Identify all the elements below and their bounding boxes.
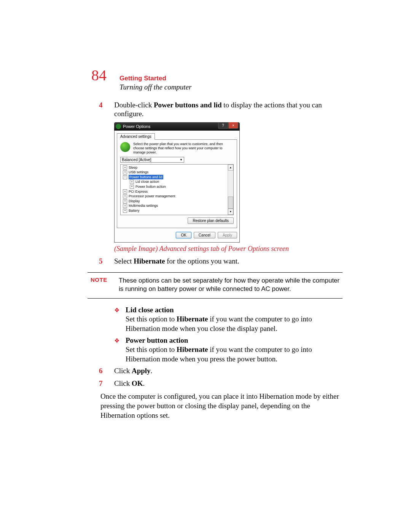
tree-item-processor[interactable]: +Processor power management [121,194,233,199]
label-highlighted: Power buttons and lid [129,175,163,180]
tree-item-display[interactable]: +Display [121,199,233,204]
manual-page: 84 Getting Started Turning off the compu… [0,0,411,443]
scroll-thumb[interactable] [228,197,233,209]
label: Processor power management [129,194,175,199]
t: . [151,367,153,375]
chapter-subtitle: Turning off the computer [119,83,191,91]
dialog-description-row: Select the power plan that you want to c… [120,142,234,154]
collapse-icon[interactable]: − [123,175,127,179]
tree-item-power-button-action[interactable]: +Power button action [121,184,233,189]
tab-advanced-settings[interactable]: Advanced settings [117,133,155,140]
step-number: 7 [99,379,114,388]
tree-item-multimedia[interactable]: +Multimedia settings [121,203,233,208]
plan-select[interactable]: Balanced [Active] ▼ [120,157,184,163]
help-button[interactable]: ? [218,122,228,129]
header-text: Getting Started Turning off the computer [119,75,191,91]
restore-defaults-button[interactable]: Restore plan defaults [188,217,234,224]
scroll-up-icon[interactable]: ▲ [228,165,233,171]
tree-item-lid-close[interactable]: +Lid close action [121,179,233,184]
step-6: 6 Click Apply. [99,366,342,375]
bullet-text: Lid close action Set this option to Hibe… [126,305,342,334]
chapter-title: Getting Started [119,75,191,82]
expand-icon[interactable]: + [130,185,134,189]
t-bold: Apply [132,367,151,375]
diamond-icon: ❖ [114,336,126,364]
t: Double-click [114,101,154,109]
step-7: 7 Click OK. [99,379,342,388]
window-buttons: ? × [218,122,238,129]
dialog-body: Advanced settings Select the power plan … [114,131,240,242]
tree-item-sleep[interactable]: +Sleep [121,165,233,170]
tree-item-battery[interactable]: +Battery [121,208,233,213]
note-label: NOTE [91,276,119,293]
tree-item-pci[interactable]: +PCI Express [121,189,233,194]
tree-item-power-buttons-lid[interactable]: −Power buttons and lid [121,175,233,180]
expand-icon[interactable]: + [123,204,127,208]
note-block: NOTE These options can be set separately… [88,272,342,298]
expand-icon[interactable]: + [123,194,127,198]
t: Select [114,257,134,265]
label: Sleep [129,165,137,170]
power-plan-icon [120,142,130,152]
step-text: Double-click Power buttons and lid to di… [114,101,342,119]
expand-icon[interactable]: + [123,170,127,174]
bullet-title: Lid close action [126,306,174,314]
chevron-down-icon: ▼ [180,158,183,161]
step-text: Click OK. [114,379,342,388]
bullet-text: Power button action Set this option to H… [126,336,342,364]
label: PCI Express [129,189,148,194]
t: Click [114,367,132,375]
ok-button[interactable]: OK [176,232,191,238]
step-number: 5 [99,257,114,266]
label: Multimedia settings [129,203,158,208]
bullet-lid-close: ❖ Lid close action Set this option to Hi… [114,305,342,334]
dialog-titlebar[interactable]: Power Options ? × [114,122,240,131]
step-number: 4 [99,101,114,119]
t: Set this option to [126,345,177,353]
scroll-down-icon[interactable]: ▼ [228,209,233,215]
settings-tree[interactable]: +Sleep +USB settings −Power buttons and … [120,164,234,215]
close-button[interactable]: × [228,122,238,129]
expand-icon[interactable]: + [123,199,127,203]
expand-icon[interactable]: + [123,165,127,169]
apply-button[interactable]: Apply [218,232,237,238]
t: Set this option to [126,315,177,323]
expand-icon[interactable]: + [130,180,134,184]
plan-select-value: Balanced [Active] [122,158,151,162]
image-caption: (Sample Image) Advanced settings tab of … [114,245,342,253]
label: Display [129,199,140,204]
expand-icon[interactable]: + [123,209,127,213]
page-header: 84 Getting Started Turning off the compu… [91,68,342,91]
step-5: 5 Select Hibernate for the options you w… [99,257,342,266]
expand-icon[interactable]: + [123,189,127,193]
step-text: Select Hibernate for the options you wan… [114,257,342,266]
label: Battery [129,208,140,213]
t-bold: Hibernate [134,257,165,265]
cancel-button[interactable]: Cancel [194,232,215,238]
scrollbar[interactable]: ▲ ▼ [228,165,233,215]
step-number: 6 [99,366,114,375]
closing-paragraph: Once the computer is configured, you can… [100,392,342,420]
step-4: 4 Double-click Power buttons and lid to … [99,101,342,119]
t-bold: Power buttons and lid [154,101,222,109]
bullet-title: Power button action [126,336,188,344]
note-text: These options can be set separately for … [119,276,342,293]
power-icon [116,124,121,129]
diamond-icon: ❖ [114,305,126,334]
dialog-description: Select the power plan that you want to c… [133,142,234,154]
t-bold: Hibernate [177,345,208,353]
t: for the options you want. [165,257,239,265]
tree-item-usb[interactable]: +USB settings [121,170,233,175]
step-text: Click Apply. [114,366,342,375]
power-options-dialog: Power Options ? × Advanced settings Sele… [114,122,240,242]
label: USB settings [129,170,148,175]
label: Lid close action [135,179,159,184]
page-number: 84 [91,68,107,83]
label: Power button action [135,184,166,189]
tab-panel: Select the power plan that you want to c… [117,139,237,228]
t: Click [114,379,132,387]
t-bold: Hibernate [177,315,208,323]
dialog-footer: OK Cancel Apply [117,232,237,238]
t: . [143,379,145,387]
dialog-title: Power Options [123,124,150,129]
